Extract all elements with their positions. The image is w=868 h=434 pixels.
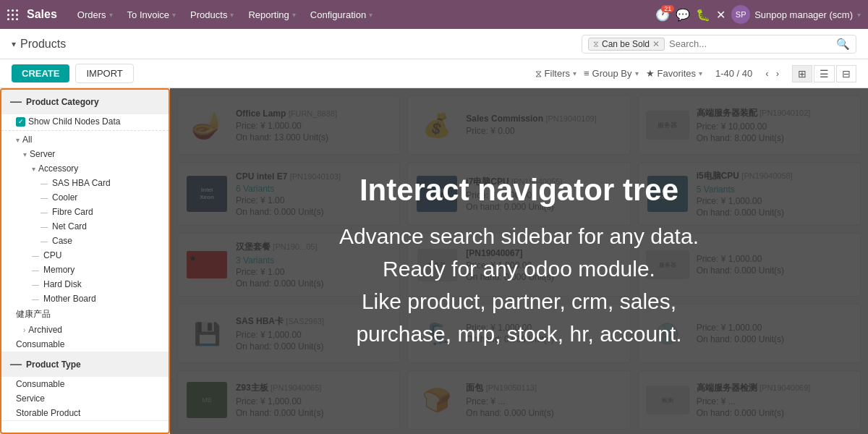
chevron-right-icon: › [23,326,25,334]
prev-page-icon[interactable]: ‹ [765,68,768,79]
list-view-button[interactable]: ☰ [814,65,835,82]
create-button[interactable]: CREATE [12,64,69,82]
nav-to-invoice[interactable]: To Invoice ▾ [120,0,184,29]
tree-server-label: Server [30,149,55,159]
tree-health[interactable]: 健康产品 [1,306,169,323]
nav-menu: Orders ▾ To Invoice ▾ Products ▾ Reporti… [70,0,380,29]
tree-consumable[interactable]: Consumable [1,337,169,352]
tree-sas-hba[interactable]: — SAS HBA Card [1,176,169,190]
search-bar: ⧖ Can be Sold ✕ 🔍 [582,35,856,54]
type-service[interactable]: Service [1,391,169,406]
brand-label[interactable]: Sales [27,8,57,21]
chevron-down-icon: ▾ [23,150,27,158]
tree-health-label: 健康产品 [16,308,51,320]
breadcrumb-toggle[interactable]: ▾ [12,39,16,49]
tree-cpu[interactable]: — CPU [1,248,169,263]
show-child-checkbox[interactable]: ✓ [16,117,25,127]
type-storable-label: Storable Product [16,408,80,418]
tree-consumable-label: Consumable [16,339,64,349]
group-caret: ▾ [635,69,639,77]
product-category-label: Product Category [26,97,99,107]
product-type-label: Product Type [26,359,81,370]
nav-products[interactable]: Products ▾ [183,0,241,29]
action-bar: CREATE IMPORT ⧖ Filters ▾ ≡ Group By ▾ ★… [0,59,868,88]
tree-case[interactable]: — Case [1,234,169,248]
bug-icon[interactable]: 🐛 [696,8,710,22]
product-type-header: — Product Type [1,352,169,377]
funnel-icon: ⧖ [593,39,599,48]
tree-accessory-label: Accessory [38,163,78,174]
tree-all-label: All [22,135,32,145]
nav-orders[interactable]: Orders ▾ [70,0,120,29]
overlay-content: Interact navigator tree Advance search s… [310,150,728,372]
filters-label: Filters [545,68,570,79]
group-by-icon: ≡ [584,68,590,79]
section2-dash: — [10,358,22,371]
import-button[interactable]: IMPORT [75,64,133,83]
type-consumable-label: Consumable [16,379,64,389]
user-menu[interactable]: SP Sunpop manager (scm) ▾ [731,5,861,24]
clock-icon[interactable]: 🕐 21 [655,8,670,22]
user-dropdown-icon: ▾ [857,11,861,19]
filter-icon: ⧖ [535,68,542,80]
page-title: Products [20,38,582,51]
tree-memory[interactable]: — Memory [1,263,169,277]
tree-cooler[interactable]: — Cooler [1,190,169,205]
tree-motherboard[interactable]: — Mother Board [1,292,169,306]
chat-icon[interactable]: 💬 [676,8,690,22]
product-category-header: — Product Category [1,90,169,114]
tree-all[interactable]: ▾ All [1,132,169,147]
grid-menu-icon[interactable] [7,9,18,20]
tree-motherboard-label: Mother Board [43,294,96,304]
promo-overlay: Interact navigator tree Advance search s… [170,88,868,434]
sidebar: — Product Category ✓ Show Child Nodes Da… [0,88,170,434]
group-by-button[interactable]: ≡ Group By ▾ [584,68,639,79]
tree-accessory[interactable]: ▾ Accessory [1,161,169,176]
filter-label: Can be Sold [602,39,650,49]
group-by-label: Group By [592,68,632,79]
page-info: 1-40 / 40 [715,68,752,79]
tree-fibre[interactable]: — Fibre Card [1,205,169,219]
next-page-icon[interactable]: › [776,68,779,79]
search-icon[interactable]: 🔍 [836,38,850,51]
tree-server[interactable]: ▾ Server [1,147,169,161]
tree-fibre-label: Fibre Card [52,207,93,217]
view-toggle: ⊞ ☰ ⊟ [792,65,856,82]
tree-hard-disk[interactable]: — Hard Disk [1,277,169,292]
type-consumable[interactable]: Consumable [1,377,169,391]
section-dash: — [10,95,22,109]
favorites-button[interactable]: ★ Favorites ▾ [646,68,702,79]
tree-net-card[interactable]: — Net Card [1,219,169,234]
tree-harddisk-label: Hard Disk [43,279,82,289]
tree-memory-label: Memory [43,265,75,275]
can-be-sold-filter[interactable]: ⧖ Can be Sold ✕ [588,38,665,51]
grid-view-button[interactable]: ⊞ [792,65,812,82]
fav-caret: ▾ [699,69,702,77]
filters-button[interactable]: ⧖ Filters ▾ [535,68,576,80]
search-input[interactable] [669,38,832,49]
type-storable[interactable]: Storable Product [1,406,169,420]
nav-reporting[interactable]: Reporting ▾ [241,0,302,29]
navbar-right: 🕐 21 💬 🐛 ✕ SP Sunpop manager (scm) ▾ [655,5,861,24]
filter-remove-icon[interactable]: ✕ [652,39,660,49]
top-navbar: Sales Orders ▾ To Invoice ▾ Products ▾ R… [0,0,868,29]
show-child-label: Show Child Nodes Data [28,116,120,127]
chevron-down-icon: ▾ [16,136,20,144]
tree-archived[interactable]: › Archived [1,323,169,337]
close-icon[interactable]: ✕ [716,8,726,22]
tree-sas-label: SAS HBA Card [52,178,111,188]
tree-case-label: Case [52,236,72,246]
show-child-nodes-item[interactable]: ✓ Show Child Nodes Data [1,114,169,129]
table-view-button[interactable]: ⊟ [836,65,856,82]
filters-caret: ▾ [573,69,576,77]
action-right: ⧖ Filters ▾ ≡ Group By ▾ ★ Favorites ▾ 1… [535,65,856,82]
nav-configuration[interactable]: Configuration ▾ [303,0,380,29]
user-avatar: SP [731,5,750,24]
tree-cooler-label: Cooler [52,192,77,203]
product-type-section: — Product Type Consumable Service Storab… [1,352,169,421]
star-icon: ★ [646,68,655,79]
type-service-label: Service [16,393,45,404]
overlay-body: Advance search sidebar for any data. Rea… [339,220,699,350]
user-name: Sunpop manager (scm) [754,9,853,20]
breadcrumb-bar: ▾ Products ⧖ Can be Sold ✕ 🔍 [0,29,868,59]
